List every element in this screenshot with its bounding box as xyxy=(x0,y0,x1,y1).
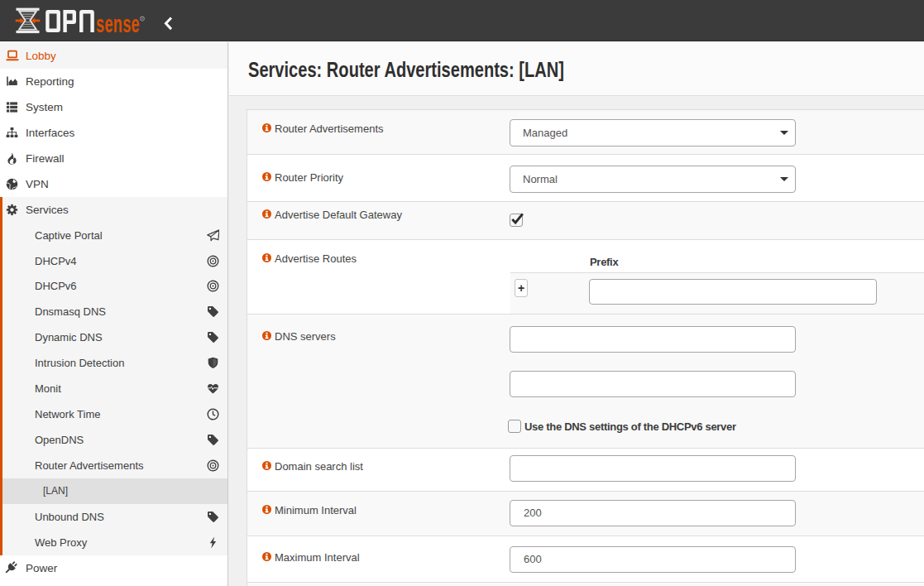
svg-text:sense: sense xyxy=(96,10,140,37)
